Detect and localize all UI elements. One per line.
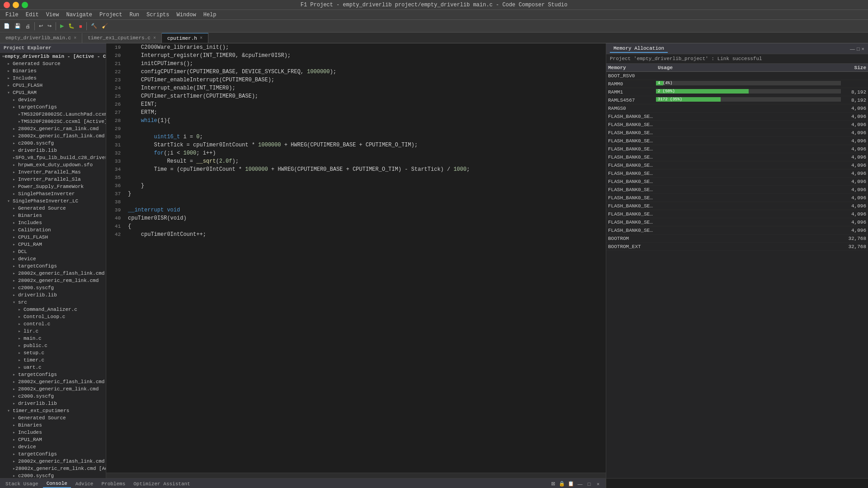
minimize-window-btn[interactable]: [13, 2, 19, 8]
tree-item[interactable]: ▸Calibration: [0, 226, 106, 234]
tree-item[interactable]: ▾CPU1_RAM: [0, 89, 106, 96]
tree-item[interactable]: ▸Generated Source: [0, 414, 106, 422]
tree-item[interactable]: ▸28002x_generic_flash_link.cmd: [0, 378, 106, 385]
tree-item[interactable]: ▸28002x_generic_rem_link.cmd [Active]: [0, 465, 106, 472]
console-tab-console[interactable]: Console: [43, 480, 71, 488]
tree-item[interactable]: ▸CPU1_FLASH: [0, 82, 106, 89]
menu-item-scripts[interactable]: Scripts: [143, 11, 173, 19]
tree-item[interactable]: ▸CPU1_RAM: [0, 436, 106, 443]
tree-item[interactable]: ▸driverlib.lib: [0, 147, 106, 154]
console-tab-optimizer[interactable]: Optimizer Assistant: [130, 480, 193, 488]
tree-item[interactable]: ▸setup.c: [0, 349, 106, 357]
tree-item[interactable]: ▾empty_driverlib main - [Active - CPU1_R…: [0, 53, 106, 60]
tree-item[interactable]: ▸targetConfigs: [0, 371, 106, 378]
tree-item[interactable]: ▸Binaries: [0, 422, 106, 429]
tree-item[interactable]: ▸28002x_generic_ram_link.cmd: [0, 125, 106, 132]
tree-item[interactable]: ▸28002x_generic_flash_link.cmd: [0, 270, 106, 277]
console-tab-problems[interactable]: Problems: [98, 480, 129, 488]
tree-item[interactable]: ▸Includes: [0, 219, 106, 226]
close-window-btn[interactable]: [4, 2, 10, 8]
menu-item-run[interactable]: Run: [126, 11, 143, 19]
tree-item[interactable]: ▸Generated Source: [0, 60, 106, 67]
tree-item[interactable]: ▸control.c: [0, 320, 106, 328]
menu-item-window[interactable]: Window: [173, 11, 200, 19]
tree-item[interactable]: ▸Inverter_Parallel_Mas: [0, 169, 106, 176]
mem-panel-max-btn[interactable]: □: [857, 46, 860, 52]
menu-item-file[interactable]: File: [2, 11, 22, 19]
toolbar-undo-btn[interactable]: ↩: [37, 22, 45, 30]
tree-item[interactable]: ▸timer.c: [0, 357, 106, 364]
tab-cputimer-h[interactable]: cputimer.h ×: [162, 33, 208, 43]
tree-item[interactable]: ▸SinglePhaseInverter: [0, 190, 106, 197]
menu-item-help[interactable]: Help: [200, 11, 220, 19]
tree-item[interactable]: ▸driverlib.lib: [0, 291, 106, 299]
tree-item[interactable]: ▸Control_Loop.c: [0, 313, 106, 320]
tree-item[interactable]: ▸device: [0, 255, 106, 263]
tree-item[interactable]: ▸Binaries: [0, 67, 106, 75]
mem-panel-close-btn[interactable]: ×: [862, 46, 864, 52]
tree-item[interactable]: ▸device: [0, 96, 106, 103]
tab-timer-c[interactable]: timer_ex1_cputimers.c ×: [82, 33, 162, 43]
code-container[interactable]: 19 C2000Ware_libraries_init();20 Interru…: [106, 43, 606, 473]
tree-item[interactable]: ▸c2000.syscfg: [0, 472, 106, 478]
console-tab-advice[interactable]: Advice: [72, 480, 97, 488]
tree-item[interactable]: ▸device: [0, 443, 106, 450]
console-tab-stack-usage[interactable]: Stack Usage: [2, 480, 42, 488]
menu-item-view[interactable]: View: [42, 11, 63, 19]
console-copy-btn[interactable]: 📋: [567, 480, 575, 488]
tree-item[interactable]: ▸c2000.syscfg: [0, 393, 106, 400]
tree-item[interactable]: ▸Includes: [0, 429, 106, 436]
tree-item[interactable]: ▸c2000.syscfg: [0, 284, 106, 291]
console-clear-btn[interactable]: ⊠: [549, 480, 557, 488]
mem-panel-min-btn[interactable]: —: [850, 46, 855, 52]
tree-item[interactable]: ▸main.c: [0, 335, 106, 342]
tab-cputimer-h-close[interactable]: ×: [200, 36, 203, 41]
tree-item[interactable]: ▸28002x_generic_flash_link.cmd: [0, 458, 106, 465]
tree-item[interactable]: ▸c2000.syscfg: [0, 140, 106, 147]
tree-item[interactable]: ▸TMS320F28002SC.LaunchPad.ccxml: [0, 111, 106, 118]
console-scroll-lock-btn[interactable]: 🔒: [558, 480, 566, 488]
menu-item-edit[interactable]: Edit: [22, 11, 42, 19]
tree-item[interactable]: ▸SFO_v8_fpu_lib_build_c28_driverlib.lib: [0, 154, 106, 161]
tree-item[interactable]: ▾timer_ext_cputimers: [0, 407, 106, 414]
tree-item[interactable]: ▸Power_Supply_FrameWork: [0, 183, 106, 190]
tab-main-c[interactable]: empty_driverlib_main.c ×: [0, 33, 82, 43]
tree-item[interactable]: ▸CPU1_FLASH: [0, 234, 106, 241]
toolbar-build-btn[interactable]: 🔨: [89, 22, 99, 30]
tree-item[interactable]: ▸hrpwm_ex4_duty_updown.sfo: [0, 161, 106, 169]
horizontal-scrollbar[interactable]: [106, 473, 606, 478]
menu-item-navigate[interactable]: Navigate: [62, 11, 96, 19]
toolbar-print-btn[interactable]: 🖨: [24, 23, 32, 30]
toolbar-redo-btn[interactable]: ↪: [46, 22, 53, 30]
tab-timer-c-close[interactable]: ×: [153, 36, 156, 41]
tree-item[interactable]: ▾SinglePhaseInverter_LC: [0, 197, 106, 205]
tree-item[interactable]: ▸TMS320F28002SC.ccxml [Active]: [0, 118, 106, 125]
toolbar-debug-btn[interactable]: 🐛: [66, 22, 76, 30]
tree-item[interactable]: ▸Binaries: [0, 212, 106, 219]
toolbar-stop-btn[interactable]: ■: [77, 23, 84, 30]
tree-item[interactable]: ▸Command_Analizer.c: [0, 306, 106, 313]
tree-item[interactable]: ▸uart.c: [0, 364, 106, 371]
tree-item[interactable]: ▸targetConfigs: [0, 450, 106, 458]
tree-item[interactable]: ▸lir.c: [0, 328, 106, 335]
tree-item[interactable]: ▸Inverter_Parallel_Sla: [0, 176, 106, 183]
menu-item-project[interactable]: Project: [96, 11, 126, 19]
tree-item[interactable]: ▸public.c: [0, 342, 106, 349]
tree-item[interactable]: ▾src: [0, 299, 106, 306]
toolbar-new-btn[interactable]: 📄: [2, 22, 12, 30]
tree-item[interactable]: ▸Generated Source: [0, 205, 106, 212]
tree-item[interactable]: ▸targetConfigs: [0, 263, 106, 270]
tab-main-c-close[interactable]: ×: [74, 36, 76, 41]
tree-item[interactable]: ▸28002x_generic_rem_link.cmd: [0, 277, 106, 284]
console-max-btn[interactable]: □: [585, 480, 593, 488]
toolbar-save-btn[interactable]: 💾: [13, 22, 23, 30]
toolbar-run-btn[interactable]: ▶: [58, 22, 66, 30]
tree-item[interactable]: ▸CPU1_RAM: [0, 241, 106, 248]
tree-item[interactable]: ▸28002x_generic_rem_link.cmd: [0, 385, 106, 393]
tree-item[interactable]: ▸Includes: [0, 75, 106, 82]
tree-item[interactable]: ▸driverlib.lib: [0, 400, 106, 407]
tree-item[interactable]: ▸28002x_generic_flash_link.cmd: [0, 132, 106, 140]
tree-item[interactable]: ▸DCL: [0, 248, 106, 255]
console-min-btn[interactable]: —: [576, 480, 584, 488]
memory-allocation-tab[interactable]: Memory Allocation: [610, 45, 668, 53]
